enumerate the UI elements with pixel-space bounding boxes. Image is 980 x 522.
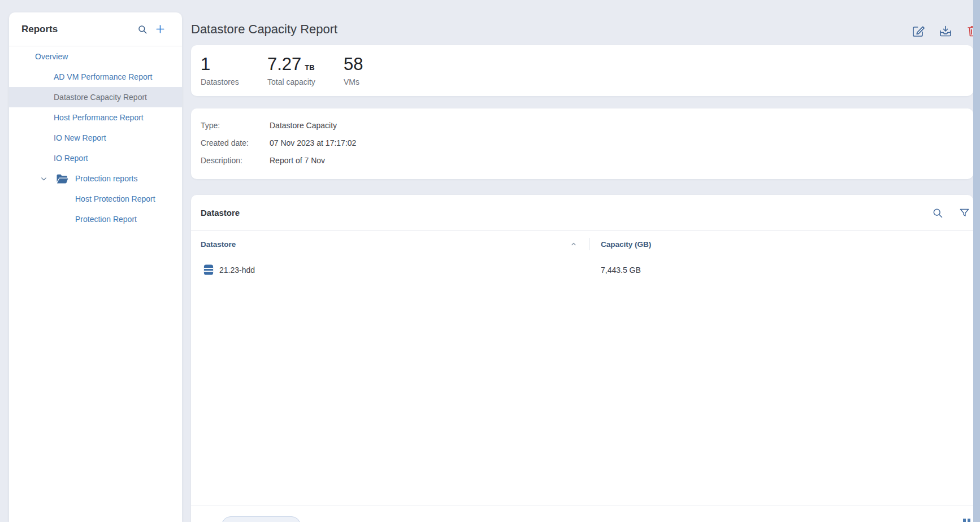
sidebar-item-ad-vm-performance-report[interactable]: AD VM Performance Report	[9, 67, 182, 87]
search-icon[interactable]	[137, 24, 148, 34]
detail-label: Description:	[201, 155, 270, 166]
folder-open-icon	[56, 173, 68, 184]
pagination-mark[interactable]	[963, 519, 966, 522]
stat-value: 7.27	[267, 55, 301, 73]
detail-value: Datastore Capacity	[270, 120, 337, 130]
stat-value: 1	[201, 55, 210, 73]
table-footer	[191, 506, 973, 522]
sidebar-item-label: IO Report	[54, 154, 88, 163]
report-details-card: Type: Datastore Capacity Created date: 0…	[191, 108, 973, 179]
search-icon[interactable]	[932, 207, 943, 219]
detail-value: 07 Nov 2023 at 17:17:02	[270, 138, 356, 148]
filter-icon[interactable]	[959, 207, 970, 218]
table-row[interactable]: 21.23-hdd 7,443.5 GB	[191, 257, 973, 282]
sidebar-item-label: Host Protection Report	[75, 194, 155, 203]
stat-label: Datastores	[201, 77, 267, 86]
column-header-datastore[interactable]: Datastore	[201, 240, 236, 249]
datastore-name: 21.23-hdd	[219, 266, 255, 275]
datastore-table-card: Datastore Datastore Capacity (GB) 21.23-…	[191, 195, 973, 522]
datastore-disk-icon	[203, 264, 214, 276]
edit-icon[interactable]	[912, 24, 925, 38]
stat-datastores: 1 Datastores	[201, 55, 267, 86]
sidebar-item-label: IO New Report	[54, 133, 106, 142]
sidebar-item-io-new-report[interactable]: IO New Report	[9, 128, 182, 148]
sidebar-item-label: Protection reports	[75, 174, 138, 183]
detail-value: Report of 7 Nov	[270, 155, 325, 166]
sidebar-item-datastore-capacity-report[interactable]: Datastore Capacity Report	[9, 87, 182, 107]
sidebar-item-label: AD VM Performance Report	[54, 72, 152, 81]
pagination-control-partial[interactable]	[222, 516, 301, 522]
sidebar-item-label: Datastore Capacity Report	[54, 93, 147, 102]
sidebar-header: Reports	[9, 12, 182, 46]
sidebar-item-protection-reports-folder[interactable]: Protection reports	[9, 168, 182, 189]
stat-label: VMs	[344, 77, 366, 86]
reports-sidebar: Reports Overview AD VM Performance Repor…	[9, 12, 182, 522]
reports-tree: Overview AD VM Performance Report Datast…	[9, 46, 182, 229]
sidebar-item-host-protection-report[interactable]: Host Protection Report	[9, 189, 182, 209]
detail-row-description: Description: Report of 7 Nov	[201, 155, 973, 166]
stat-label: Total capacity	[267, 77, 344, 86]
pagination-mark[interactable]	[968, 519, 970, 522]
chevron-down-icon[interactable]	[40, 175, 47, 182]
stat-total-capacity: 7.27 TB Total capacity	[267, 55, 344, 86]
vertical-scrollbar[interactable]	[973, 0, 980, 522]
column-header-capacity[interactable]: Capacity (GB)	[601, 240, 651, 249]
datastore-capacity: 7,443.5 GB	[601, 266, 641, 275]
report-actions	[907, 24, 973, 39]
detail-row-type: Type: Datastore Capacity	[201, 120, 973, 130]
detail-label: Created date:	[201, 138, 270, 148]
delete-icon[interactable]	[966, 24, 973, 38]
sidebar-title: Reports	[21, 24, 137, 35]
detail-row-created-date: Created date: 07 Nov 2023 at 17:17:02	[201, 138, 973, 148]
stat-vms: 58 VMs	[344, 55, 366, 86]
datastore-card-header: Datastore	[191, 195, 973, 231]
table-header-row: Datastore Capacity (GB)	[191, 231, 973, 257]
sidebar-item-label: Host Performance Report	[54, 113, 144, 122]
sort-asc-icon[interactable]	[570, 240, 578, 248]
sidebar-item-io-report[interactable]: IO Report	[9, 148, 182, 168]
summary-stats-card: 1 Datastores 7.27 TB Total capacity 58 V…	[191, 45, 973, 96]
sidebar-item-host-performance-report[interactable]: Host Performance Report	[9, 107, 182, 128]
section-title: Datastore	[201, 208, 932, 218]
stat-value: 58	[344, 55, 363, 73]
page-title: Datastore Capacity Report	[191, 22, 337, 37]
sidebar-item-label: Protection Report	[75, 215, 137, 224]
add-report-icon[interactable]	[155, 24, 166, 34]
sidebar-item-label: Overview	[35, 52, 68, 61]
sidebar-item-overview[interactable]: Overview	[9, 46, 182, 67]
sidebar-item-protection-report[interactable]: Protection Report	[9, 209, 182, 229]
stat-unit: TB	[305, 63, 314, 72]
detail-label: Type:	[201, 120, 270, 130]
export-icon[interactable]	[939, 24, 952, 38]
